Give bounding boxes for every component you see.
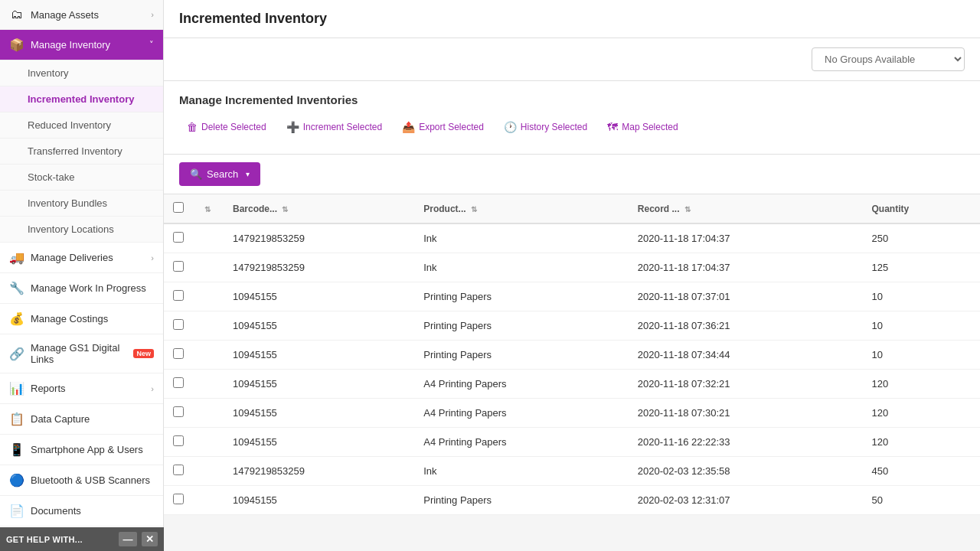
delete-selected-label: Delete Selected bbox=[201, 122, 266, 132]
data-capture-icon: 📋 bbox=[9, 412, 24, 426]
delete-selected-button[interactable]: 🗑 Delete Selected bbox=[179, 117, 274, 137]
select-all-checkbox[interactable] bbox=[173, 202, 184, 213]
increment-selected-button[interactable]: ➕ Increment Selected bbox=[279, 117, 390, 137]
row-checkbox-cell bbox=[164, 253, 193, 282]
manage-assets-icon: 🗂 bbox=[9, 8, 24, 21]
sidebar-item-manage-wip[interactable]: 🔧 Manage Work In Progress bbox=[0, 273, 163, 304]
inventory-bundles-label: Inventory Bundles bbox=[28, 197, 107, 209]
new-badge: New bbox=[133, 349, 154, 358]
row-checkbox-9[interactable] bbox=[173, 494, 184, 504]
manage-section-title: Manage Incremented Inventories bbox=[179, 93, 965, 106]
sidebar-item-reports[interactable]: 📊 Reports › bbox=[0, 373, 163, 404]
row-checkbox-cell bbox=[164, 457, 193, 486]
row-checkbox-0[interactable] bbox=[173, 232, 184, 243]
sidebar-sub-stock-take[interactable]: Stock-take bbox=[0, 165, 163, 191]
product-sort-icon: ⇅ bbox=[471, 205, 477, 214]
table-row: 10945155 A4 Printing Papers 2020-11-18 0… bbox=[164, 399, 980, 428]
row-checkbox-cell bbox=[164, 341, 193, 370]
increment-icon: ➕ bbox=[286, 121, 299, 133]
map-selected-button[interactable]: 🗺 Map Selected bbox=[599, 117, 685, 137]
row-product: Printing Papers bbox=[414, 341, 629, 370]
inventory-label: Inventory bbox=[28, 67, 68, 79]
sidebar-sub-reduced-inventory[interactable]: Reduced Inventory bbox=[0, 112, 163, 139]
row-checkbox-4[interactable] bbox=[173, 348, 184, 359]
row-barcode: 10945155 bbox=[224, 311, 414, 341]
row-action-cell bbox=[193, 428, 224, 457]
row-checkbox-7[interactable] bbox=[173, 435, 184, 446]
history-selected-label: History Selected bbox=[521, 122, 587, 132]
sidebar-item-label: Manage Work In Progress bbox=[31, 282, 154, 294]
page-title: Incremented Inventory bbox=[179, 11, 327, 26]
row-action-cell bbox=[193, 370, 224, 399]
search-label: Search bbox=[207, 168, 238, 180]
row-barcode: 10945155 bbox=[224, 370, 414, 399]
search-button[interactable]: 🔍 Search ▾ bbox=[179, 162, 260, 186]
sidebar-item-manage-gs1[interactable]: 🔗 Manage GS1 Digital Links New bbox=[0, 334, 163, 373]
chevron-right-icon: › bbox=[151, 10, 154, 19]
record-column-header[interactable]: Record ... ⇅ bbox=[629, 194, 863, 223]
row-barcode: 1479219853259 bbox=[224, 457, 414, 486]
row-checkbox-3[interactable] bbox=[173, 319, 184, 330]
sidebar-sub-transferred-inventory[interactable]: Transferred Inventory bbox=[0, 139, 163, 165]
main-content: Incremented Inventory No Groups Availabl… bbox=[164, 0, 980, 551]
row-checkbox-1[interactable] bbox=[173, 261, 184, 272]
reduced-inventory-label: Reduced Inventory bbox=[28, 119, 111, 131]
row-action-cell bbox=[193, 311, 224, 341]
inventory-table: ⇅ Barcode... ⇅ Product... ⇅ Record ... bbox=[164, 194, 980, 515]
row-quantity: 125 bbox=[863, 253, 981, 282]
row-action-cell bbox=[193, 486, 224, 515]
row-checkbox-6[interactable] bbox=[173, 406, 184, 417]
sidebar-item-smartphone-app[interactable]: 📱 Smartphone App & Users bbox=[0, 435, 163, 465]
groups-select[interactable]: No Groups Available bbox=[812, 47, 965, 71]
sidebar-sub-inventory[interactable]: Inventory bbox=[0, 60, 163, 86]
row-product: Ink bbox=[414, 223, 629, 253]
sidebar: 🗂 Manage Assets › 📦 Manage Inventory ˅ I… bbox=[0, 0, 164, 551]
sidebar-item-data-capture[interactable]: 📋 Data Capture bbox=[0, 404, 163, 435]
sidebar-item-manage-assets[interactable]: 🗂 Manage Assets › bbox=[0, 0, 163, 30]
row-checkbox-5[interactable] bbox=[173, 377, 184, 388]
sidebar-item-manage-costings[interactable]: 💰 Manage Costings bbox=[0, 304, 163, 334]
sidebar-item-manage-inventory[interactable]: 📦 Manage Inventory ˅ bbox=[0, 30, 163, 60]
sidebar-item-bluetooth-scanners[interactable]: 🔵 Bluetooth & USB Scanners bbox=[0, 465, 163, 496]
inventory-table-wrapper: ⇅ Barcode... ⇅ Product... ⇅ Record ... bbox=[164, 194, 980, 515]
row-checkbox-2[interactable] bbox=[173, 290, 184, 301]
chevron-right-icon: › bbox=[151, 253, 154, 262]
stock-take-label: Stock-take bbox=[28, 171, 74, 183]
reports-icon: 📊 bbox=[9, 381, 24, 396]
row-record: 2020-11-18 07:30:21 bbox=[629, 399, 863, 428]
row-product: Printing Papers bbox=[414, 486, 629, 515]
row-action-cell bbox=[193, 457, 224, 486]
row-record: 2020-11-18 07:37:01 bbox=[629, 282, 863, 311]
row-quantity: 50 bbox=[863, 486, 981, 515]
row-product: A4 Printing Papers bbox=[414, 428, 629, 457]
search-dropdown-icon: ▾ bbox=[246, 170, 250, 178]
bluetooth-icon: 🔵 bbox=[9, 473, 24, 487]
table-row: 10945155 A4 Printing Papers 2020-11-16 2… bbox=[164, 428, 980, 457]
row-barcode: 10945155 bbox=[224, 428, 414, 457]
table-row: 1479219853259 Ink 2020-11-18 17:04:37 25… bbox=[164, 223, 980, 253]
help-label: GET HELP WITH... bbox=[6, 535, 114, 544]
product-column-header[interactable]: Product... ⇅ bbox=[414, 194, 629, 223]
sidebar-sub-inventory-locations[interactable]: Inventory Locations bbox=[0, 217, 163, 243]
row-action-cell bbox=[193, 223, 224, 253]
sidebar-sub-inventory-bundles[interactable]: Inventory Bundles bbox=[0, 191, 163, 217]
barcode-column-header[interactable]: Barcode... ⇅ bbox=[224, 194, 414, 223]
history-selected-button[interactable]: 🕐 History Selected bbox=[496, 117, 595, 137]
row-checkbox-8[interactable] bbox=[173, 465, 184, 475]
row-barcode: 10945155 bbox=[224, 486, 414, 515]
quantity-column-header: Quantity bbox=[863, 194, 981, 223]
sort-icon: ⇅ bbox=[204, 205, 211, 214]
increment-selected-label: Increment Selected bbox=[303, 122, 382, 132]
sidebar-item-manage-deliveries[interactable]: 🚚 Manage Deliveries › bbox=[0, 243, 163, 273]
documents-icon: 📄 bbox=[9, 504, 24, 518]
sidebar-sub-incremented-inventory[interactable]: Incremented Inventory bbox=[0, 86, 163, 112]
search-icon: 🔍 bbox=[190, 168, 202, 180]
minimize-help-button[interactable]: — bbox=[119, 532, 136, 546]
sidebar-item-label: Manage GS1 Digital Links bbox=[31, 342, 124, 365]
incremented-inventory-label: Incremented Inventory bbox=[28, 93, 134, 105]
export-selected-button[interactable]: 📤 Export Selected bbox=[394, 117, 492, 137]
action-column-header[interactable]: ⇅ bbox=[193, 194, 224, 223]
close-help-button[interactable]: ✕ bbox=[142, 532, 158, 546]
row-action-cell bbox=[193, 341, 224, 370]
sidebar-item-documents[interactable]: 📄 Documents bbox=[0, 496, 163, 527]
